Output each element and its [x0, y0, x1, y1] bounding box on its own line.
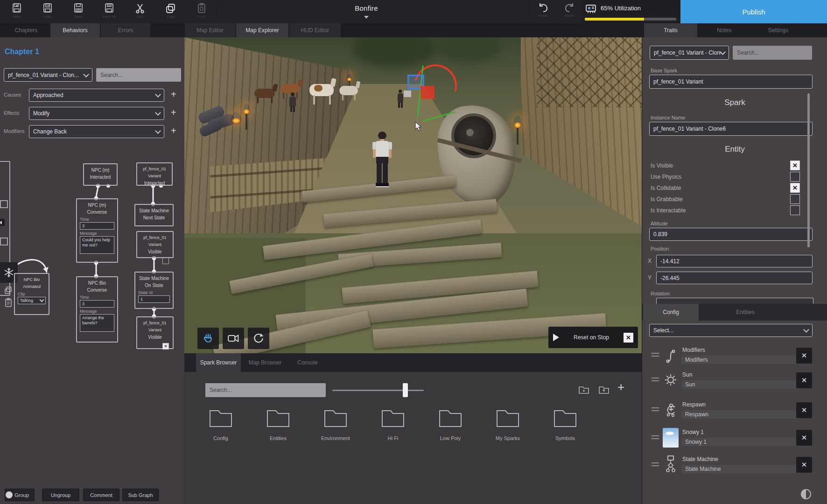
save-button[interactable]: Save: [65, 2, 91, 22]
tab-traits[interactable]: Traits: [644, 23, 697, 37]
message-field[interactable]: Could you help me out?: [80, 236, 114, 254]
is-collidable-checkbox[interactable]: ✕: [790, 183, 800, 193]
drag-handle[interactable]: [652, 353, 659, 354]
graph-node-npc-interacted[interactable]: NPC (m) Interacted: [83, 163, 118, 186]
tab-map-editor[interactable]: Map Editor: [185, 23, 235, 37]
camera-tool-button[interactable]: [223, 328, 244, 349]
graph-node-fence-visible-2[interactable]: pf_fence_01 Variant Visible ✕: [136, 316, 174, 349]
paste-node-button[interactable]: [4, 298, 13, 310]
add-spark-button[interactable]: +: [617, 382, 624, 392]
folder-my-sparks[interactable]: [495, 407, 521, 430]
grab-tool-button[interactable]: [197, 328, 219, 349]
collapse-marker-icon[interactable]: [0, 219, 5, 226]
config-item-respawn[interactable]: Respawn Respawn ✕: [642, 400, 827, 421]
play-icon[interactable]: [553, 334, 559, 341]
config-select-dropdown[interactable]: Select...: [649, 324, 813, 337]
config-item-sun[interactable]: Sun Sun ✕: [642, 370, 827, 392]
tab-map-explorer[interactable]: Map Explorer: [236, 23, 288, 37]
config-item-modifiers[interactable]: Modifiers Modifiers ✕: [642, 345, 827, 367]
position-y-field[interactable]: -26.445: [656, 272, 813, 284]
sync-icon[interactable]: [801, 489, 811, 499]
save-as-button[interactable]: Save As: [96, 2, 122, 22]
traits-search-input[interactable]: [733, 46, 812, 60]
ungroup-button[interactable]: Ungroup: [42, 489, 79, 501]
reset-on-stop-checkbox[interactable]: ✕: [624, 333, 633, 343]
copy-node-button[interactable]: [4, 286, 13, 297]
time-field[interactable]: 3: [80, 222, 114, 230]
config-item-state-machine[interactable]: State Machine State Machine ✕: [642, 454, 827, 476]
spark-search-input[interactable]: [205, 383, 326, 397]
rotation-field[interactable]: [656, 298, 813, 304]
visible-checkbox[interactable]: ✕: [162, 343, 169, 350]
use-physics-checkbox[interactable]: [790, 172, 800, 182]
graph-node-state-machine-onstate[interactable]: State Machine On State State Id 1: [134, 272, 174, 309]
undo-button[interactable]: Undo: [532, 2, 554, 22]
state-id-field[interactable]: 1: [138, 295, 170, 303]
viewport-3d-scene[interactable]: Reset on Stop ✕: [184, 37, 642, 353]
folder-config[interactable]: [208, 407, 234, 430]
panel-scrollbar[interactable]: [807, 93, 810, 247]
copy-button[interactable]: Copy: [158, 2, 184, 22]
remove-config-button[interactable]: ✕: [796, 348, 812, 364]
visible-checkbox[interactable]: [162, 258, 169, 264]
redo-button[interactable]: Redo: [558, 2, 581, 22]
base-spark-field[interactable]: pf_fence_01 Variant: [649, 75, 813, 89]
instance-name-field[interactable]: pf_fence_01 Variant - Clone6: [649, 122, 813, 136]
drag-handle[interactable]: [652, 407, 659, 408]
graph-node-npc-converse-1[interactable]: NPC (m) Converse Time 3 Message Could yo…: [76, 198, 118, 263]
tab-map-browser[interactable]: Map Browser: [244, 353, 287, 372]
drag-handle[interactable]: [652, 462, 659, 463]
time-field[interactable]: 3: [80, 300, 114, 308]
zoom-slider-track[interactable]: [332, 390, 424, 391]
group-button[interactable]: Group: [5, 489, 35, 501]
publish-button[interactable]: Publish: [680, 0, 827, 23]
tab-settings[interactable]: Settings: [751, 23, 805, 37]
graph-node-npc-converse-2[interactable]: NPC Bio Converse Time 3 Message Arrange …: [76, 276, 118, 343]
clip-dropdown[interactable]: Talking: [18, 297, 46, 304]
new-folder-button[interactable]: [578, 384, 590, 397]
folder-entities[interactable]: [265, 407, 291, 430]
tab-hud-editor[interactable]: HUD Editor: [289, 23, 341, 37]
graph-node-fence-visible-1[interactable]: pf_fence_01 Variant Visible: [136, 231, 174, 258]
graph-node-state-machine-next[interactable]: State Machine Next State: [134, 204, 174, 226]
graph-node-fence-interacted[interactable]: pf_fence_01 Variant Interacted: [136, 162, 173, 186]
drag-handle[interactable]: [652, 435, 659, 436]
remove-config-button[interactable]: ✕: [796, 372, 812, 388]
player-character[interactable]: [370, 132, 394, 197]
tab-errors[interactable]: Errors: [101, 23, 150, 37]
folder-hi-fi[interactable]: [380, 407, 406, 430]
sub-graph-button[interactable]: Sub Graph: [122, 489, 159, 501]
comment-button[interactable]: Comment: [83, 489, 119, 501]
tab-entities[interactable]: Entities: [699, 304, 792, 321]
remove-config-button[interactable]: ✕: [796, 402, 812, 418]
new-button[interactable]: New: [4, 2, 30, 22]
reset-view-button[interactable]: [248, 328, 269, 349]
remove-config-button[interactable]: ✕: [796, 457, 812, 473]
tab-chapters[interactable]: Chapters: [3, 23, 49, 37]
folder-low-poly[interactable]: [437, 407, 463, 430]
cut-button[interactable]: Cut: [127, 2, 153, 22]
drag-handle[interactable]: [652, 378, 659, 378]
spark-select-dropdown[interactable]: pf_fence_01 Variant - Clone6: [650, 46, 729, 60]
remove-config-button[interactable]: ✕: [796, 430, 812, 446]
tab-console[interactable]: Console: [289, 353, 326, 372]
folder-up-button[interactable]: [598, 384, 610, 397]
zoom-slider-handle[interactable]: [403, 383, 408, 397]
paste-button[interactable]: Paste: [189, 2, 215, 22]
folder-environment[interactable]: [322, 407, 349, 430]
transform-gizmo[interactable]: [404, 62, 464, 132]
folder-symbols[interactable]: [552, 407, 578, 430]
position-x-field[interactable]: -14.412: [656, 255, 813, 267]
is-interactable-checkbox[interactable]: [790, 205, 800, 215]
tab-notes[interactable]: Notes: [698, 23, 750, 37]
message-field[interactable]: Arrange the barrels?: [80, 314, 114, 332]
graph-node-npc-animated[interactable]: NPC Bio Animated Clip Talking: [14, 273, 49, 315]
altitude-field[interactable]: 0.839: [649, 228, 813, 241]
tab-behaviors[interactable]: Behaviors: [50, 23, 100, 37]
is-visible-checkbox[interactable]: ✕: [790, 161, 800, 170]
is-grabbable-checkbox[interactable]: [790, 194, 800, 204]
tab-spark-browser[interactable]: Spark Browser: [196, 353, 241, 372]
tab-config[interactable]: Config: [643, 304, 699, 321]
load-button[interactable]: Load: [35, 2, 61, 22]
project-title[interactable]: Bonfire: [327, 4, 406, 13]
